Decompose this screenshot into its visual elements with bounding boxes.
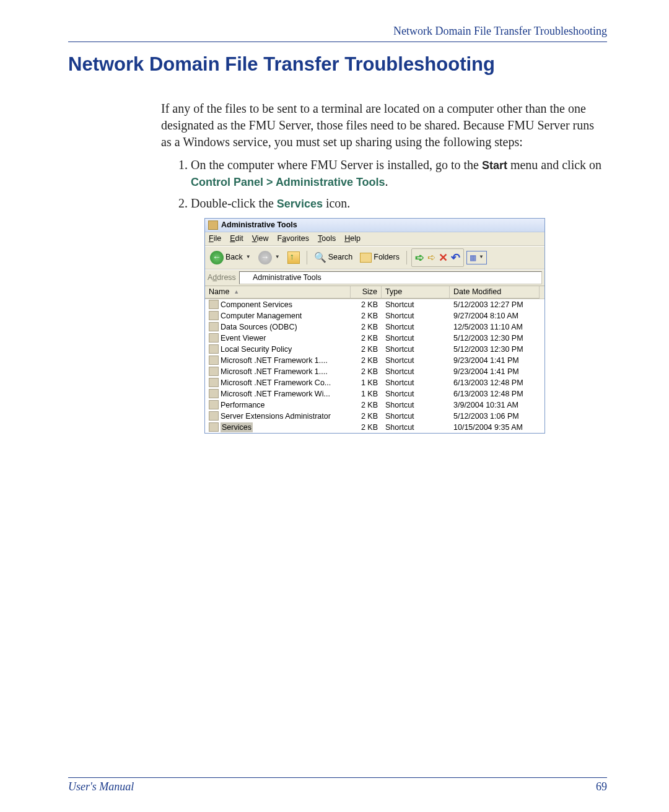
running-header: Network Domain File Transfer Troubleshoo… — [68, 25, 607, 42]
copy-to-icon[interactable]: ➪ — [427, 251, 435, 264]
item-size: 2 KB — [351, 310, 382, 321]
item-type: Shortcut — [382, 377, 450, 388]
list-item[interactable]: Local Security Policy2 KBShortcut5/12/20… — [205, 344, 544, 355]
menu-view[interactable]: View — [252, 234, 269, 244]
list-item[interactable]: Microsoft .NET Framework 1....2 KBShortc… — [205, 366, 544, 377]
list-item[interactable]: Performance2 KBShortcut3/9/2004 10:31 AM — [205, 399, 544, 411]
step-2-text-b: icon. — [323, 196, 350, 210]
item-size: 2 KB — [351, 321, 382, 333]
item-size: 2 KB — [351, 355, 382, 366]
page-footer: User's Manual 69 — [68, 777, 607, 793]
address-folder-icon — [242, 274, 250, 281]
menu-favorites[interactable]: Favorites — [278, 234, 309, 244]
item-name: Server Extensions Administrator — [221, 411, 331, 421]
list-item[interactable]: Microsoft .NET Framework Co...1 KBShortc… — [205, 377, 544, 388]
toolbar: ← Back ▼ → ▼ 🔍 — [205, 246, 544, 269]
up-button[interactable] — [285, 251, 302, 264]
step-1-end: . — [385, 175, 388, 188]
list-item[interactable]: Data Sources (ODBC)2 KBShortcut12/5/2003… — [205, 321, 544, 333]
window-titlebar[interactable]: Administrative Tools — [205, 219, 544, 232]
address-field[interactable]: Administrative Tools — [239, 271, 542, 284]
item-name: Services — [221, 422, 253, 432]
search-icon: 🔍 — [314, 251, 326, 264]
fwd-dropdown-caret-icon[interactable]: ▼ — [275, 254, 280, 261]
shortcut-icon — [209, 333, 219, 343]
step-1: On the computer where FMU Server is inst… — [191, 157, 607, 190]
menu-help[interactable]: Help — [344, 234, 361, 244]
shortcut-icon — [209, 356, 219, 365]
item-date: 6/13/2003 12:48 PM — [450, 388, 540, 399]
item-name: Microsoft .NET Framework Wi... — [221, 389, 330, 399]
services-label: Services — [277, 198, 323, 210]
address-value: Administrative Tools — [253, 273, 321, 283]
item-type: Shortcut — [382, 411, 450, 422]
shortcut-icon — [209, 322, 219, 331]
admin-tools-label: Administrative Tools — [276, 176, 385, 188]
menu-bar: File Edit View Favorites Tools Help — [205, 232, 544, 246]
item-size: 2 KB — [351, 366, 382, 377]
delete-icon[interactable]: ✕ — [439, 250, 448, 265]
file-list: Component Services2 KBShortcut5/12/2003 … — [205, 299, 544, 433]
item-date: 6/13/2003 12:48 PM — [450, 377, 540, 388]
item-type: Shortcut — [382, 355, 450, 366]
item-type: Shortcut — [382, 388, 450, 399]
step-1-text-b: menu and click on — [507, 158, 601, 172]
col-header-type[interactable]: Type — [382, 286, 450, 299]
toolbar-separator — [307, 251, 307, 264]
list-item[interactable]: Services2 KBShortcut10/15/2004 9:35 AM — [205, 422, 544, 433]
back-dropdown-caret-icon[interactable]: ▼ — [246, 254, 251, 261]
views-button[interactable]: ▦▼ — [466, 251, 487, 264]
list-item[interactable]: Server Extensions Administrator2 KBShort… — [205, 411, 544, 422]
item-date: 9/23/2004 1:41 PM — [450, 366, 540, 377]
forward-button[interactable]: → ▼ — [256, 250, 282, 265]
search-button[interactable]: 🔍 Search — [312, 250, 356, 265]
menu-edit[interactable]: Edit — [230, 234, 243, 244]
page-title: Network Domain File Transfer Troubleshoo… — [68, 53, 607, 76]
forward-arrow-icon: → — [258, 251, 272, 264]
item-size: 1 KB — [351, 377, 382, 388]
shortcut-icon — [209, 300, 219, 309]
item-name: Performance — [221, 400, 265, 410]
folders-button[interactable]: Folders — [357, 251, 402, 263]
step-2: Double-click the Services icon. Administ… — [191, 195, 607, 434]
search-label: Search — [328, 252, 353, 263]
column-headers: Name▲ Size Type Date Modified — [205, 286, 544, 299]
item-type: Shortcut — [382, 366, 450, 377]
step-2-text-a: Double-click the — [191, 196, 277, 210]
item-size: 2 KB — [351, 422, 382, 433]
item-date: 12/5/2003 11:10 AM — [450, 321, 540, 333]
step-1-text-a: On the computer where FMU Server is inst… — [191, 158, 482, 172]
toolbar-separator-2 — [406, 251, 407, 264]
folders-icon — [360, 253, 372, 263]
views-caret-icon: ▼ — [479, 254, 484, 261]
item-type: Shortcut — [382, 299, 450, 310]
col-header-name[interactable]: Name▲ — [205, 286, 351, 299]
list-item[interactable]: Computer Management2 KBShortcut9/27/2004… — [205, 310, 544, 321]
col-header-date[interactable]: Date Modified — [450, 286, 540, 299]
shortcut-icon — [209, 311, 219, 320]
move-to-icon[interactable]: ➪ — [415, 250, 424, 265]
item-type: Shortcut — [382, 321, 450, 333]
menu-file[interactable]: File — [209, 234, 221, 244]
item-name: Data Sources (ODBC) — [221, 322, 297, 332]
item-size: 2 KB — [351, 344, 382, 355]
item-type: Shortcut — [382, 399, 450, 411]
item-name: Computer Management — [221, 311, 302, 321]
shortcut-icon — [209, 378, 219, 387]
item-name: Microsoft .NET Framework Co... — [221, 378, 331, 388]
back-button[interactable]: ← Back ▼ — [208, 250, 253, 265]
list-item[interactable]: Microsoft .NET Framework 1....2 KBShortc… — [205, 355, 544, 366]
undo-icon[interactable]: ↶ — [451, 250, 460, 265]
list-item[interactable]: Component Services2 KBShortcut5/12/2003 … — [205, 299, 544, 310]
col-header-size[interactable]: Size — [351, 286, 382, 299]
sort-asc-icon: ▲ — [234, 288, 239, 295]
list-item[interactable]: Microsoft .NET Framework Wi...1 KBShortc… — [205, 388, 544, 399]
window-title-text: Administrative Tools — [221, 220, 297, 230]
item-type: Shortcut — [382, 333, 450, 344]
menu-tools[interactable]: Tools — [318, 234, 336, 244]
address-bar: Address Administrative Tools — [205, 269, 544, 286]
shortcut-icon — [209, 400, 219, 409]
item-date: 5/12/2003 1:06 PM — [450, 411, 540, 422]
list-item[interactable]: Event Viewer2 KBShortcut5/12/2003 12:30 … — [205, 333, 544, 344]
item-type: Shortcut — [382, 422, 450, 433]
